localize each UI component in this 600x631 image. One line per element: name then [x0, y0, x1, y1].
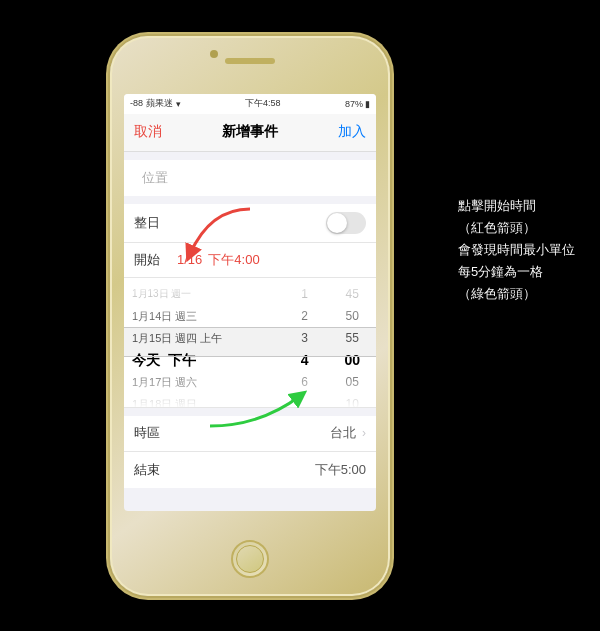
status-left: -88 蘋果迷 ▾ [130, 97, 181, 110]
picker-min: 10 [346, 393, 359, 407]
start-date: 1/16 [177, 252, 202, 267]
status-bar: -88 蘋果迷 ▾ 下午4:58 87% ▮ [124, 94, 376, 114]
picker-min: 50 [346, 305, 359, 327]
timezone-label: 時區 [134, 424, 169, 442]
end-time: 下午5:00 [315, 462, 366, 477]
status-right: 87% ▮ [345, 99, 370, 109]
picker-row: 1月18日 週日 [132, 393, 197, 407]
picker-min: 05 [346, 371, 359, 393]
annotation-line4: 每5分鐘為一格 [458, 261, 575, 283]
picker-row: 1月14日 週三 [132, 305, 197, 327]
battery-icon: ▮ [365, 99, 370, 109]
picker-min: 45 [346, 283, 359, 305]
timezone-value: 台北 [330, 425, 356, 440]
allday-row[interactable]: 整日 [124, 204, 376, 243]
home-button-inner [236, 545, 264, 573]
time-picker[interactable]: 1月13日 週一 1月14日 週三 1月15日 週四 上午 今天 下午 1月17… [124, 278, 376, 408]
allday-toggle[interactable] [326, 212, 366, 234]
timezone-end-section: 時區 台北 › 結束 下午5:00 [124, 416, 376, 488]
chevron-right-icon: › [362, 426, 366, 440]
allday-label: 整日 [134, 214, 169, 232]
home-button[interactable] [231, 540, 269, 578]
allday-start-section: 整日 開始 1/16 下午4:00 1月13日 週一 1月14日 週三 [124, 204, 376, 408]
battery-percent: 87% [345, 99, 363, 109]
annotation-line2: （紅色箭頭） [458, 217, 575, 239]
cancel-button[interactable]: 取消 [134, 123, 162, 141]
start-row[interactable]: 開始 1/16 下午4:00 [124, 243, 376, 278]
picker-hour: 2 [301, 305, 308, 327]
timezone-value-area: 台北 › [330, 424, 366, 442]
location-section: 位置 [124, 160, 376, 196]
timezone-row[interactable]: 時區 台北 › [124, 416, 376, 452]
picker-row: 1月17日 週六 [132, 371, 197, 393]
picker-highlight [124, 327, 376, 357]
phone-body: -88 蘋果迷 ▾ 下午4:58 87% ▮ 取消 新增事件 加入 位置 [110, 36, 390, 596]
camera [210, 50, 218, 58]
screen: -88 蘋果迷 ▾ 下午4:58 87% ▮ 取消 新增事件 加入 位置 [124, 94, 376, 511]
speaker [225, 58, 275, 64]
location-placeholder: 位置 [142, 169, 168, 187]
location-row[interactable]: 位置 [124, 160, 376, 196]
toggle-thumb [327, 213, 347, 233]
picker-row: 1月13日 週一 [132, 283, 191, 305]
start-time: 下午4:00 [208, 251, 259, 269]
add-button[interactable]: 加入 [338, 123, 366, 141]
start-label: 開始 [134, 251, 169, 269]
annotation-line1: 點擊開始時間 [458, 195, 575, 217]
end-row[interactable]: 結束 下午5:00 [124, 452, 376, 488]
end-label: 結束 [134, 461, 169, 479]
signal-strength: -88 蘋果迷 [130, 97, 173, 110]
annotation-text: 點擊開始時間 （紅色箭頭） 會發現時間最小單位 每5分鐘為一格 （綠色箭頭） [458, 195, 575, 305]
status-time: 下午4:58 [245, 97, 281, 110]
picker-hour: 1 [301, 283, 308, 305]
annotation-line5: （綠色箭頭） [458, 283, 575, 305]
annotation-line3: 會發現時間最小單位 [458, 239, 575, 261]
nav-bar: 取消 新增事件 加入 [124, 114, 376, 152]
wifi-icon: ▾ [176, 99, 181, 109]
page-title: 新增事件 [222, 123, 278, 141]
phone-mockup: -88 蘋果迷 ▾ 下午4:58 87% ▮ 取消 新增事件 加入 位置 [110, 36, 390, 596]
end-time-area: 下午5:00 [315, 461, 366, 479]
picker-hour: 6 [301, 371, 308, 393]
